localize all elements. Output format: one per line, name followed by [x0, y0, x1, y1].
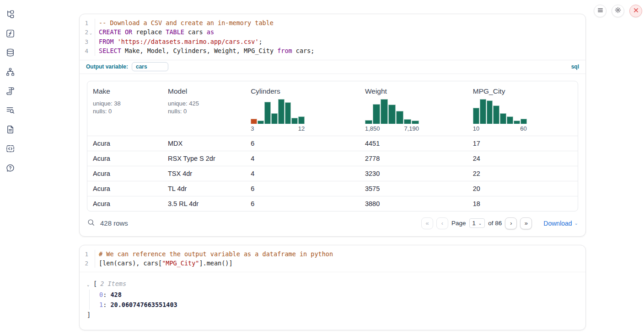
table-cell: RSX Type S 2dr	[162, 151, 245, 166]
table-cell: 6	[245, 136, 360, 151]
table-cell: 4	[245, 166, 360, 181]
tree-entry: 0: 428	[99, 290, 578, 300]
tree-entries: 0: 428 1: 20.060747663551403	[89, 290, 578, 310]
output-variable-label: Output variable:	[86, 63, 128, 70]
weight-histogram[interactable]: 1,8507,190	[365, 99, 419, 132]
table-cell: 3230	[360, 166, 467, 181]
histogram-bar	[251, 119, 257, 124]
column-header-make[interactable]: Make unique: 38 nulls: 0	[87, 81, 162, 136]
data-table: Make unique: 38 nulls: 0 Model unique: 4…	[87, 81, 578, 211]
fold-chevron-icon[interactable]: ⌄	[88, 29, 93, 38]
line-number: 4	[80, 47, 95, 56]
prev-page-button[interactable]: ‹	[436, 217, 448, 229]
page-select[interactable]: 1 ⌄	[469, 218, 485, 228]
column-header-model[interactable]: Model unique: 425 nulls: 0	[162, 81, 245, 136]
scroll-icon	[5, 86, 15, 98]
histogram-bar	[365, 120, 372, 124]
histogram-bar	[291, 118, 298, 124]
search-button[interactable]	[87, 218, 95, 228]
column-header-mpg-city[interactable]: MPG_City 1060	[467, 81, 578, 136]
gear-icon	[614, 6, 622, 16]
close-bracket: ]	[87, 310, 578, 320]
table-cell: 2778	[360, 151, 467, 166]
column-stats: unique: 425 nulls: 0	[168, 100, 240, 115]
sidebar-item-help[interactable]	[4, 163, 16, 174]
collapse-toggle-icon[interactable]: ⌄	[87, 280, 93, 290]
table-cell: 6	[245, 181, 360, 196]
open-bracket: [	[93, 279, 97, 289]
settings-button[interactable]	[612, 5, 624, 17]
table-cell: MDX	[162, 136, 245, 151]
histogram-bar	[381, 99, 388, 124]
histogram-bar	[404, 119, 411, 124]
histogram-bar	[258, 121, 264, 123]
python-output: ⌄ [ 2 Items 0: 428 1: 20.060747663551403…	[80, 272, 585, 330]
table-row: AcuraMDX6445117	[87, 136, 578, 151]
sidebar-item-documentation[interactable]	[4, 124, 16, 136]
page-total: of 86	[488, 220, 502, 227]
sql-code-editor[interactable]: 1-- Download a CSV and create an in-memo…	[80, 14, 585, 60]
notebook-controls	[594, 5, 642, 17]
sidebar-item-snippets[interactable]	[4, 143, 16, 155]
output-variable-input[interactable]	[132, 62, 168, 71]
histogram-bar	[500, 113, 506, 124]
notebook: 1-- Download a CSV and create an in-memo…	[79, 14, 586, 333]
histogram-bar	[473, 108, 479, 124]
next-page-button[interactable]: ›	[505, 217, 517, 229]
cylinders-histogram[interactable]: 312	[251, 99, 305, 132]
column-header-weight[interactable]: Weight 1,8507,190	[360, 81, 467, 136]
database-icon	[5, 48, 15, 59]
line-number: 3	[80, 37, 95, 47]
table-footer: 428 rows « ‹ Page 1 ⌄ of 86 › » Download…	[80, 211, 585, 236]
menu-icon	[597, 7, 604, 16]
histogram-bar	[514, 121, 520, 123]
table-body: AcuraMDX6445117AcuraRSX Type S 2dr427782…	[87, 136, 578, 211]
table-row: AcuraTSX 4dr4323022	[87, 166, 578, 181]
pagination: « ‹ Page 1 ⌄ of 86 › » Download ⌄	[421, 217, 578, 229]
row-count: 428 rows	[100, 219, 128, 227]
python-code-editor[interactable]: 1# We can reference the output variable …	[80, 245, 585, 272]
tree-entry: 1: 20.060747663551403	[99, 300, 578, 310]
table-cell: 17	[467, 136, 578, 151]
column-header-cylinders[interactable]: Cylinders 312	[245, 81, 360, 136]
sidebar-item-logs[interactable]	[4, 86, 16, 98]
line-number: 1	[80, 19, 95, 28]
sidebar-item-dependency-graph[interactable]	[4, 67, 16, 79]
line-number: 2⌄	[80, 28, 95, 38]
shutdown-button[interactable]	[629, 5, 642, 17]
code-snippet-icon	[5, 144, 15, 155]
chevron-down-icon: ⌄	[574, 221, 578, 226]
sidebar-item-file-explorer[interactable]	[4, 9, 16, 21]
table-row: AcuraRSX Type S 2dr4277824	[87, 151, 578, 166]
histogram-bar	[271, 113, 278, 124]
items-count: 2 Items	[100, 279, 126, 289]
download-button[interactable]: Download ⌄	[543, 220, 578, 227]
histogram-bar	[298, 116, 305, 124]
page-label: Page	[451, 220, 466, 227]
cell-language-badge: sql	[571, 63, 579, 70]
last-page-button[interactable]: »	[520, 217, 532, 229]
table-cell: Acura	[87, 181, 162, 196]
histogram-bar	[507, 116, 513, 124]
mpg-city-histogram[interactable]: 1060	[473, 99, 527, 132]
table-row: Acura3.5 RL 4dr6388018	[87, 196, 578, 211]
help-chat-icon	[5, 163, 15, 174]
histogram-bar	[480, 99, 486, 124]
table-cell: 4451	[360, 136, 467, 151]
table-cell: 3.5 RL 4dr	[162, 196, 245, 211]
menu-button[interactable]	[594, 5, 606, 17]
histogram-bar	[373, 104, 380, 124]
histogram-bar	[278, 99, 284, 124]
table-cell: 4	[245, 151, 360, 166]
histogram-bar	[396, 111, 403, 124]
table-cell: 22	[467, 166, 578, 181]
table-cell: Acura	[87, 136, 162, 151]
sidebar-item-variables[interactable]	[4, 28, 16, 40]
first-page-button[interactable]: «	[421, 217, 433, 229]
histogram-bar	[493, 106, 499, 124]
function-square-icon	[5, 29, 15, 40]
sidebar-item-outline[interactable]	[4, 105, 16, 117]
table-cell: Acura	[87, 196, 162, 211]
sidebar-item-datasources[interactable]	[4, 48, 16, 59]
table-cell: Acura	[87, 166, 162, 181]
